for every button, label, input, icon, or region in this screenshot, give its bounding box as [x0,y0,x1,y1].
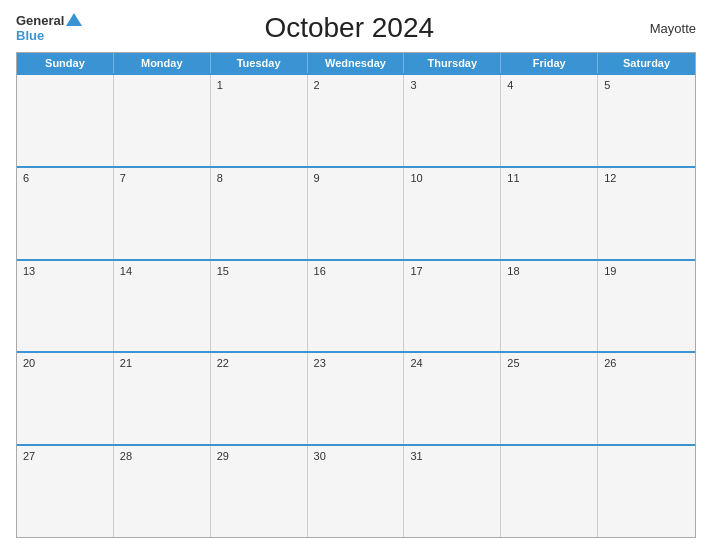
empty-cell-w4-d5 [501,446,598,537]
week-row-4: 20212223242526 [17,351,695,444]
day-number-3: 3 [410,79,494,91]
day-cell-23: 23 [308,353,405,444]
day-number-7: 7 [120,172,204,184]
day-number-8: 8 [217,172,301,184]
day-cell-7: 7 [114,168,211,259]
header-wednesday: Wednesday [308,53,405,73]
calendar-page: General Blue October 2024 Mayotte Sunday… [0,0,712,550]
header-thursday: Thursday [404,53,501,73]
day-number-31: 31 [410,450,494,462]
day-number-21: 21 [120,357,204,369]
day-number-11: 11 [507,172,591,184]
empty-cell-w0-d0 [17,75,114,166]
logo-triangle-icon [66,13,82,26]
day-cell-4: 4 [501,75,598,166]
day-cell-11: 11 [501,168,598,259]
day-cell-12: 12 [598,168,695,259]
empty-cell-w0-d1 [114,75,211,166]
day-number-9: 9 [314,172,398,184]
day-cell-21: 21 [114,353,211,444]
day-cell-24: 24 [404,353,501,444]
day-number-19: 19 [604,265,689,277]
day-cell-8: 8 [211,168,308,259]
empty-cell-w4-d6 [598,446,695,537]
day-cell-19: 19 [598,261,695,352]
day-cell-15: 15 [211,261,308,352]
day-cell-28: 28 [114,446,211,537]
day-number-20: 20 [23,357,107,369]
calendar-weeks: 1234567891011121314151617181920212223242… [17,73,695,537]
day-cell-30: 30 [308,446,405,537]
day-number-5: 5 [604,79,689,91]
day-number-15: 15 [217,265,301,277]
day-number-23: 23 [314,357,398,369]
day-number-12: 12 [604,172,689,184]
logo-blue-text: Blue [16,28,44,43]
day-cell-22: 22 [211,353,308,444]
day-cell-16: 16 [308,261,405,352]
logo-general-text: General [16,13,64,28]
day-number-2: 2 [314,79,398,91]
day-number-6: 6 [23,172,107,184]
day-headers-row: Sunday Monday Tuesday Wednesday Thursday… [17,53,695,73]
day-number-13: 13 [23,265,107,277]
day-number-1: 1 [217,79,301,91]
day-cell-31: 31 [404,446,501,537]
day-number-22: 22 [217,357,301,369]
day-number-26: 26 [604,357,689,369]
day-number-28: 28 [120,450,204,462]
day-number-29: 29 [217,450,301,462]
day-number-24: 24 [410,357,494,369]
day-number-4: 4 [507,79,591,91]
region-label: Mayotte [616,21,696,36]
day-cell-25: 25 [501,353,598,444]
day-cell-20: 20 [17,353,114,444]
day-number-14: 14 [120,265,204,277]
calendar-grid: Sunday Monday Tuesday Wednesday Thursday… [16,52,696,538]
day-cell-3: 3 [404,75,501,166]
header-sunday: Sunday [17,53,114,73]
day-cell-17: 17 [404,261,501,352]
day-number-16: 16 [314,265,398,277]
day-cell-13: 13 [17,261,114,352]
day-cell-2: 2 [308,75,405,166]
day-cell-14: 14 [114,261,211,352]
week-row-1: 12345 [17,73,695,166]
week-row-2: 6789101112 [17,166,695,259]
header-tuesday: Tuesday [211,53,308,73]
day-cell-5: 5 [598,75,695,166]
day-number-30: 30 [314,450,398,462]
day-cell-29: 29 [211,446,308,537]
day-number-27: 27 [23,450,107,462]
day-cell-10: 10 [404,168,501,259]
day-number-18: 18 [507,265,591,277]
calendar-title: October 2024 [82,12,616,44]
day-cell-27: 27 [17,446,114,537]
header-friday: Friday [501,53,598,73]
calendar-header: General Blue October 2024 Mayotte [16,12,696,44]
day-cell-18: 18 [501,261,598,352]
day-number-10: 10 [410,172,494,184]
header-saturday: Saturday [598,53,695,73]
day-cell-9: 9 [308,168,405,259]
day-cell-6: 6 [17,168,114,259]
day-number-17: 17 [410,265,494,277]
week-row-5: 2728293031 [17,444,695,537]
week-row-3: 13141516171819 [17,259,695,352]
day-cell-1: 1 [211,75,308,166]
header-monday: Monday [114,53,211,73]
day-cell-26: 26 [598,353,695,444]
day-number-25: 25 [507,357,591,369]
logo: General Blue [16,13,82,43]
